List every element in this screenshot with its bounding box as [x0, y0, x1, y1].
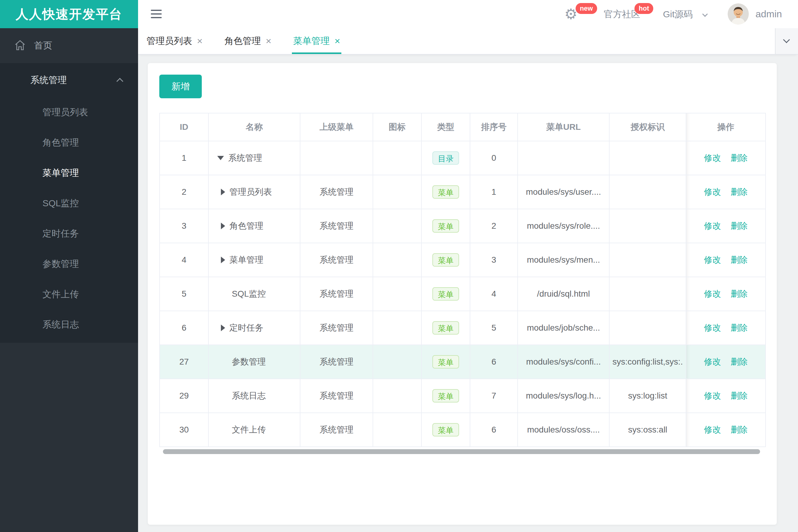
sidebar-submenu-title[interactable]: 系统管理: [0, 63, 138, 97]
menu-name: 菜单管理: [229, 254, 263, 266]
add-button[interactable]: 新增: [159, 75, 202, 98]
type-tag: 菜单: [432, 219, 459, 233]
cell-type: 菜单: [422, 379, 470, 413]
cell-auth: sys:config:list,sys:.: [609, 345, 686, 379]
horizontal-scrollbar-thumb[interactable]: [163, 449, 760, 454]
gear-icon[interactable]: ⚙: [564, 0, 577, 28]
cell-parent-menu: 系统管理: [300, 209, 373, 243]
tab[interactable]: 角色管理×: [224, 28, 272, 54]
delete-link[interactable]: 删除: [731, 357, 748, 366]
home-icon: [14, 39, 26, 53]
sidebar-item[interactable]: 系统日志: [0, 309, 138, 340]
delete-link[interactable]: 删除: [731, 323, 748, 332]
tab-list-dropdown-button[interactable]: [775, 28, 798, 54]
cell-parent-menu: 系统管理: [300, 277, 373, 311]
main-content: 新增 ID名称上级菜单图标类型排序号菜单URL授权标识操作 1系统管理目录0修改…: [138, 55, 798, 532]
topbar: ⚙ new 官方社区 hot Git源码 admin: [138, 0, 798, 28]
expand-arrow-icon[interactable]: [221, 223, 225, 229]
cell-order: 3: [470, 243, 518, 277]
cell-operations: 修改删除: [686, 345, 765, 379]
chevron-down-icon[interactable]: [702, 11, 708, 17]
avatar[interactable]: [728, 3, 749, 24]
cell-name: 参数管理: [208, 345, 300, 379]
expand-arrow-icon[interactable]: [221, 325, 225, 331]
delete-link[interactable]: 删除: [731, 391, 748, 400]
sidebar: 人人快速开发平台 首页 系统管理 管理员列表角色管理菜单管理SQL监控定时任务参…: [0, 0, 138, 532]
tab-close-icon[interactable]: ×: [266, 36, 272, 47]
cell-menu-url: modules/sys/user....: [518, 175, 609, 209]
menu-name: 系统日志: [232, 390, 266, 402]
table-row: 2管理员列表系统管理菜单1modules/sys/user....修改删除: [160, 175, 765, 209]
edit-link[interactable]: 修改: [704, 357, 721, 366]
sidebar-nav: 首页 系统管理 管理员列表角色管理菜单管理SQL监控定时任务参数管理文件上传系统…: [0, 28, 138, 343]
cell-id: 3: [160, 209, 208, 243]
column-header: ID: [160, 113, 208, 141]
cell-auth: [609, 209, 686, 243]
cell-auth: sys:oss:all: [609, 413, 686, 447]
type-tag: 菜单: [432, 423, 459, 436]
collapse-arrow-icon[interactable]: [217, 156, 224, 160]
cell-name: 文件上传: [208, 413, 300, 447]
table-row: 5SQL监控系统管理菜单4/druid/sql.html修改删除: [160, 277, 765, 311]
cell-type: 菜单: [422, 209, 470, 243]
delete-link[interactable]: 删除: [731, 255, 748, 265]
edit-link[interactable]: 修改: [704, 153, 721, 163]
sidebar-item[interactable]: SQL监控: [0, 188, 138, 218]
sidebar-home-label: 首页: [34, 39, 52, 52]
cell-operations: 修改删除: [686, 277, 765, 311]
cell-operations: 修改删除: [686, 141, 765, 175]
delete-link[interactable]: 删除: [731, 187, 748, 196]
tab-close-icon[interactable]: ×: [197, 36, 203, 47]
type-tag: 菜单: [432, 185, 459, 199]
tabs-container: 管理员列表×角色管理×菜单管理×: [138, 28, 798, 54]
type-tag: 菜单: [432, 355, 459, 368]
delete-link[interactable]: 删除: [731, 221, 748, 230]
sidebar-item[interactable]: 定时任务: [0, 218, 138, 249]
edit-link[interactable]: 修改: [704, 391, 721, 400]
sidebar-item[interactable]: 管理员列表: [0, 97, 138, 127]
cell-id: 4: [160, 243, 208, 277]
expand-arrow-icon[interactable]: [221, 256, 225, 263]
cell-icon: [373, 345, 422, 379]
cell-order: 2: [470, 209, 518, 243]
delete-link[interactable]: 删除: [731, 153, 748, 163]
tab[interactable]: 管理员列表×: [147, 28, 203, 54]
sidebar-item[interactable]: 文件上传: [0, 279, 138, 309]
sidebar-submenu-system: 系统管理 管理员列表角色管理菜单管理SQL监控定时任务参数管理文件上传系统日志: [0, 63, 138, 343]
edit-link[interactable]: 修改: [704, 255, 721, 265]
edit-link[interactable]: 修改: [704, 187, 721, 196]
cell-name: SQL监控: [208, 277, 300, 311]
type-tag: 菜单: [432, 287, 459, 301]
cell-name: 管理员列表: [208, 175, 300, 209]
column-header: 菜单URL: [518, 113, 609, 141]
tab[interactable]: 菜单管理×: [293, 28, 340, 54]
menu-name: SQL监控: [232, 288, 266, 300]
tab-bar: 管理员列表×角色管理×菜单管理×: [138, 28, 798, 55]
sidebar-item[interactable]: 角色管理: [0, 127, 138, 158]
sidebar-item[interactable]: 参数管理: [0, 249, 138, 279]
table-row: 29系统日志系统管理菜单7modules/sys/log.h...sys:log…: [160, 379, 765, 413]
sidebar-item-home[interactable]: 首页: [0, 28, 138, 63]
username-label[interactable]: admin: [756, 0, 782, 28]
sidebar-item[interactable]: 菜单管理: [0, 158, 138, 188]
column-header: 授权标识: [609, 113, 686, 141]
tab-close-icon[interactable]: ×: [334, 36, 340, 47]
edit-link[interactable]: 修改: [704, 289, 721, 299]
cell-id: 29: [160, 379, 208, 413]
table-row: 3角色管理系统管理菜单2modules/sys/role....修改删除: [160, 209, 765, 243]
edit-link[interactable]: 修改: [704, 425, 721, 434]
cell-name: 系统日志: [208, 379, 300, 413]
submenu-title-label: 系统管理: [30, 74, 67, 87]
git-source-link[interactable]: Git源码: [663, 0, 693, 28]
community-link[interactable]: 官方社区: [604, 0, 640, 28]
edit-link[interactable]: 修改: [704, 323, 721, 332]
cell-operations: 修改删除: [686, 379, 765, 413]
delete-link[interactable]: 删除: [731, 425, 748, 434]
cell-name: 系统管理: [208, 141, 300, 175]
delete-link[interactable]: 删除: [731, 289, 748, 299]
expand-arrow-icon[interactable]: [221, 189, 225, 195]
edit-link[interactable]: 修改: [704, 221, 721, 230]
menu-management-card: 新增 ID名称上级菜单图标类型排序号菜单URL授权标识操作 1系统管理目录0修改…: [148, 63, 777, 525]
hamburger-menu-icon[interactable]: [151, 10, 162, 18]
cell-type: 菜单: [422, 413, 470, 447]
